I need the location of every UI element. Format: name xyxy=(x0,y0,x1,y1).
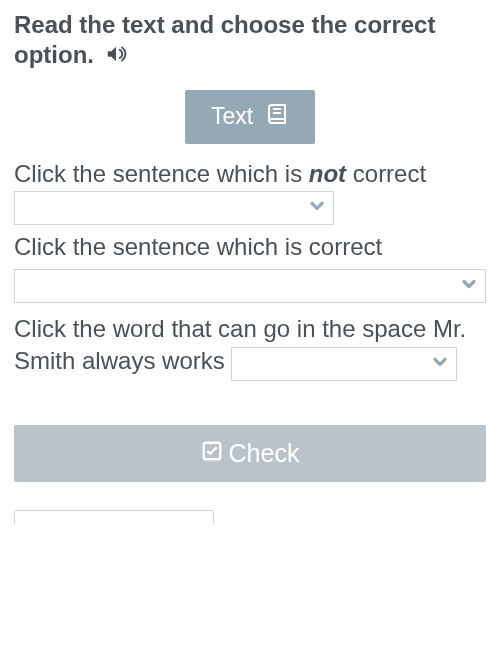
q1-suffix: correct xyxy=(346,160,426,187)
book-icon xyxy=(265,102,289,132)
question-2: Click the sentence which is correct xyxy=(14,231,486,263)
partial-box xyxy=(14,510,214,524)
dropdown-q1[interactable] xyxy=(14,191,334,225)
text-button[interactable]: Text xyxy=(185,90,315,144)
speaker-icon[interactable] xyxy=(105,42,127,72)
question-3: Click the word that can go in the space … xyxy=(14,313,486,381)
chevron-down-icon xyxy=(459,274,479,298)
instruction-text: Read the text and choose the correct opt… xyxy=(14,10,486,72)
instruction-content: Read the text and choose the correct opt… xyxy=(14,11,435,68)
question-1: Click the sentence which is not correct xyxy=(14,158,486,225)
chevron-down-icon xyxy=(430,348,450,380)
q1-prefix: Click the sentence which is xyxy=(14,160,309,187)
dropdown-q3[interactable] xyxy=(231,347,457,381)
chevron-down-icon xyxy=(307,192,327,224)
q1-emphasis: not xyxy=(309,160,346,187)
checkbox-checked-icon xyxy=(201,439,223,468)
check-button-label: Check xyxy=(229,439,300,468)
text-button-label: Text xyxy=(211,103,253,130)
dropdown-q2[interactable] xyxy=(14,269,486,303)
q2-text: Click the sentence which is correct xyxy=(14,233,382,260)
check-button[interactable]: Check xyxy=(14,425,486,482)
